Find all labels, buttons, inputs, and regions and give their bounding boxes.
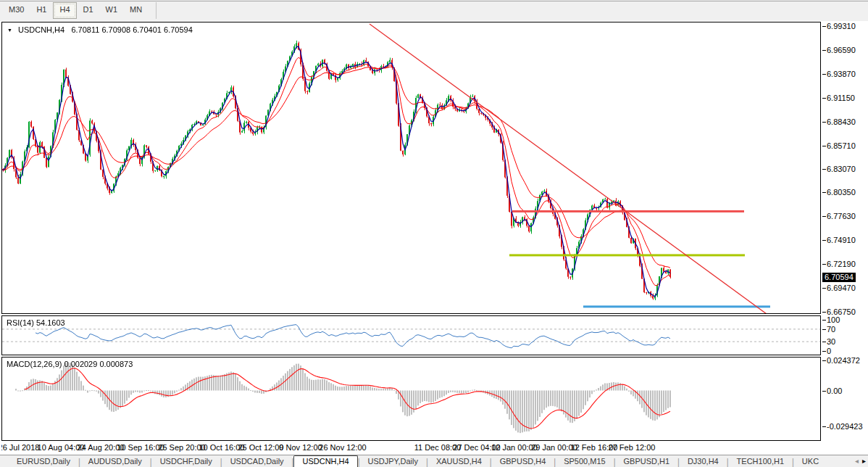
rsi-axis-label: 70	[827, 325, 835, 334]
macd-panel: MACD(12,26,9) 0.002029 0.000873	[1, 357, 821, 441]
tab-separator: |	[220, 456, 222, 466]
timeframe-button-W1[interactable]: W1	[100, 2, 124, 17]
tab-USDCHF-Daily[interactable]: USDCHF,Daily	[152, 456, 220, 467]
time-axis-label: 10 Sep 16:00	[117, 443, 164, 452]
tab-GBPUSD-H4[interactable]: GBPUSD,H4	[492, 456, 554, 467]
chart-tabs: EURUSD,Daily|AUDUSD,Daily|USDCHF,Daily|U…	[9, 455, 848, 467]
tab-separator: |	[727, 456, 729, 466]
rsi-axis-label: 0	[827, 347, 831, 355]
tab-USDCAD-Daily[interactable]: USDCAD,Daily	[222, 456, 292, 467]
tab-SP500-M15[interactable]: SP500,M15	[556, 456, 613, 467]
mt4-terminal: { "toolbar": { "timeframes": [ {"label":…	[0, 0, 868, 467]
price-axis-label: 6.88430	[827, 117, 856, 126]
time-axis-label: 25 Oct 12:00	[238, 443, 284, 452]
timeframe-button-H4[interactable]: H4	[53, 2, 76, 19]
price-chart-panel: ▼ USDCNH,H4 6.70811 6.70908 6.70401 6.70…	[1, 22, 821, 314]
price-axis-label: 6.83070	[827, 165, 856, 173]
rsi-panel: RSI(14) 54.1603	[1, 315, 821, 355]
chart-window: ▼ USDCNH,H4 6.70811 6.70908 6.70401 6.70…	[0, 21, 868, 455]
macd-axis-label: -0.029423	[827, 422, 863, 431]
rsi-axis-label: 100	[827, 315, 840, 324]
price-axis-label: 6.69470	[827, 284, 856, 292]
rsi-indicator-label: RSI(14) 54.1603	[7, 318, 65, 327]
rsi-canvas[interactable]	[2, 316, 820, 355]
macd-indicator-label: MACD(12,26,9) 0.002029 0.000873	[7, 360, 133, 368]
tab-scroll-controls: ◂ ▸	[848, 456, 866, 466]
tab-separator: |	[614, 456, 616, 466]
chart-symbol-label: USDCNH,H4	[18, 25, 64, 34]
tab-EURUSD-Daily[interactable]: EURUSD,Daily	[9, 456, 78, 467]
tab-USDCNH-H4[interactable]: USDCNH,H4	[293, 455, 357, 467]
chart-ohlc-values: 6.70811 6.70908 6.70401 6.70594	[71, 25, 192, 34]
price-axis-label: 6.85710	[827, 141, 856, 150]
tab-separator: |	[792, 456, 794, 466]
tab-scroll-right-icon[interactable]: ▸	[862, 457, 866, 465]
time-axis-label: 27 Feb 12:00	[609, 443, 656, 452]
macd-axis-label: 0.024372	[827, 356, 860, 365]
tab-DJ30-H4[interactable]: DJ30,H4	[680, 456, 727, 467]
timeframe-button-H1[interactable]: H1	[30, 2, 52, 17]
rsi-axis-label: 30	[827, 337, 835, 346]
tab-USDJPY-Daily[interactable]: USDJPY,Daily	[360, 456, 427, 467]
price-axis-label: 6.80350	[827, 188, 856, 197]
current-price-tag: 6.70594	[822, 273, 856, 282]
timeframe-toolbar: M30H1H4D1W1MN	[0, 0, 868, 21]
tab-UKC[interactable]: UKC	[794, 456, 827, 467]
tab-XAUUSD-H4[interactable]: XAUUSD,H4	[428, 456, 490, 467]
tab-separator: |	[677, 456, 680, 466]
tab-separator: |	[490, 456, 492, 466]
time-axis-label: 26 Nov 12:00	[319, 443, 366, 452]
chart-title: ▼ USDCNH,H4 6.70811 6.70908 6.70401 6.70…	[7, 25, 193, 34]
price-axis-label: 6.91150	[827, 94, 855, 102]
tab-separator: |	[292, 456, 294, 466]
tab-separator: |	[554, 456, 556, 466]
tab-GBPUSD-H1[interactable]: GBPUSD,H1	[615, 456, 677, 467]
macd-axis-label: 0.00	[827, 387, 842, 395]
value-axis: 6.993106.965906.938706.911506.884306.857…	[822, 21, 868, 455]
timeframe-button-MN[interactable]: MN	[124, 2, 148, 17]
price-chart-canvas[interactable]	[2, 22, 820, 313]
macd-canvas[interactable]	[2, 358, 820, 440]
tab-separator: |	[150, 456, 152, 466]
toolbar-separator	[156, 2, 157, 19]
time-axis-label: 26 Jul 2018	[1, 443, 39, 452]
tab-scroll-left-icon[interactable]: ◂	[855, 457, 859, 465]
price-axis-label: 6.99310	[827, 22, 856, 30]
time-axis-label: 9 Nov 12:00	[279, 443, 322, 452]
price-axis-label: 6.72190	[827, 260, 856, 268]
timeframe-button-M30[interactable]: M30	[3, 2, 30, 17]
price-axis-label: 6.77630	[827, 212, 856, 220]
price-axis-label: 6.96590	[827, 46, 856, 54]
time-axis: 26 Jul 201810 Aug 04:0024 Aug 20:0010 Se…	[1, 441, 821, 454]
chevron-down-icon[interactable]: ▼	[7, 28, 12, 33]
tab-TECH100-H1[interactable]: TECH100,H1	[729, 456, 792, 467]
timeframe-button-D1[interactable]: D1	[78, 2, 99, 17]
tab-AUDUSD-Daily[interactable]: AUDUSD,Daily	[80, 456, 150, 467]
toolbar-divider	[0, 1, 868, 1]
timeframe-buttons: M30H1H4D1W1MN	[3, 2, 157, 19]
tab-separator: |	[426, 456, 428, 466]
tab-separator: |	[78, 456, 80, 466]
chart-tab-bar: EURUSD,Daily|AUDUSD,Daily|USDCHF,Daily|U…	[0, 455, 868, 467]
tab-separator: |	[358, 456, 360, 466]
price-axis-label: 6.74910	[827, 236, 856, 244]
price-axis-label: 6.93870	[827, 70, 856, 78]
